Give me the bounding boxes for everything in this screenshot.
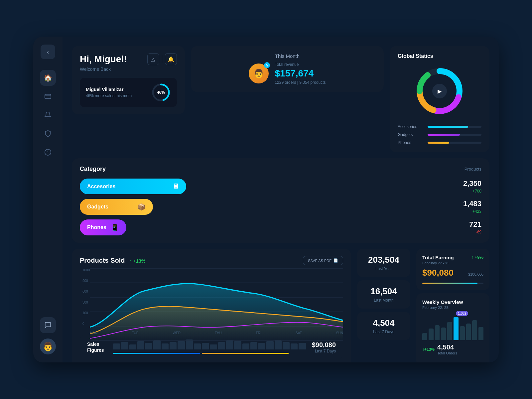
- accessories-pill[interactable]: Accesories 🖥: [80, 179, 186, 194]
- weekly-chart: 1,082: [422, 314, 483, 340]
- category-section: Category Products Accesories 🖥 2,350 +70…: [72, 158, 489, 243]
- category-item-gadgets: Gadgets 📦 1,483 +423: [80, 199, 481, 215]
- earning-info: Total Earning February 22 -28.: [422, 255, 454, 265]
- alert-icon-button[interactable]: △: [147, 53, 159, 65]
- sidebar: ‹ 🏠 👨: [33, 37, 63, 362]
- gadgets-icon: 📦: [137, 203, 146, 211]
- top-row: Hi, Miguel! △ 🔔 Welcome Back Miguel Vill…: [72, 46, 489, 152]
- sales-label: Sales Figures: [87, 341, 107, 353]
- stat-last-7-days-label: Last 7 Days: [362, 330, 405, 334]
- sidebar-item-payments[interactable]: [40, 88, 56, 104]
- stat-last-year-label: Last Year: [362, 266, 405, 271]
- sales-bar-item: [194, 343, 201, 349]
- stat-last-7-days-num: 4,504: [362, 318, 405, 328]
- legend-phones-fill: [428, 142, 449, 144]
- phones-change: -69: [476, 230, 481, 234]
- user-stat-text: 46% more sales this moth: [86, 93, 132, 98]
- pdf-icon: 📄: [333, 258, 338, 263]
- sales-bar-item: [137, 341, 144, 349]
- legend-accessories-label: Accesories: [398, 124, 424, 129]
- earning-target: $100,000: [468, 272, 483, 276]
- sales-bar-item: [275, 340, 282, 349]
- phones-count: 721: [469, 220, 481, 229]
- legend-gadgets-track: [428, 134, 481, 136]
- category-title: Category: [80, 166, 106, 173]
- sidebar-item-security[interactable]: [40, 126, 56, 142]
- weekly-growth: ↑+13%: [422, 347, 435, 352]
- sales-bar-item: [186, 339, 193, 349]
- sales-bar-row: [113, 340, 306, 349]
- sales-right: $90,080 Last 7 Days: [312, 341, 336, 353]
- bottom-row: Products Sold ↑ +13% SAVE AS PDF 📄 1000 …: [72, 249, 489, 362]
- chart-header: Products Sold ↑ +13% SAVE AS PDF 📄: [80, 256, 343, 265]
- revenue-label: Total revenue: [275, 62, 326, 67]
- sales-amount: $90,080: [312, 341, 336, 349]
- sales-color-bars: [113, 351, 306, 354]
- global-statics-title: Global Statics: [398, 53, 481, 59]
- sales-bar-item: [162, 343, 169, 349]
- user-stat-card: Miguel Villamizar 46% more sales this mo…: [80, 78, 177, 107]
- weekly-bar-item: [441, 328, 446, 340]
- category-item-phones: Phones 📱 721 -69: [80, 219, 481, 235]
- chat-button[interactable]: [40, 317, 56, 333]
- stat-last-year: 203,504 Last Year: [357, 249, 410, 277]
- stat-last-month-label: Last Month: [362, 298, 405, 303]
- sales-bar-item: [250, 342, 257, 349]
- sales-bar-item: [178, 341, 185, 349]
- user-avatar[interactable]: 👨: [40, 338, 56, 354]
- legend-accessories-track: [428, 126, 481, 128]
- sales-bar-item: [121, 342, 128, 349]
- sales-bar-item: [234, 341, 241, 349]
- sales-bar-item: [258, 343, 265, 349]
- sidebar-item-home[interactable]: 🏠: [40, 70, 56, 86]
- sales-bar-item: [129, 344, 136, 349]
- weekly-stats-row: ↑+13% 4,504 Total Orders: [422, 343, 483, 355]
- gadgets-pill[interactable]: Gadgets 📦: [80, 199, 153, 215]
- greeting-title: Hi, Miguel!: [80, 54, 127, 65]
- bell-icon-button[interactable]: 🔔: [165, 53, 177, 65]
- sales-bar-item: [113, 343, 120, 349]
- chart-growth: ↑ +13%: [130, 258, 145, 264]
- weekly-orders-num: 4,504: [437, 343, 457, 351]
- category-list: Accesories 🖥 2,350 +700 Gadgets 📦: [80, 179, 481, 235]
- earning-bar-fill: [422, 283, 477, 284]
- weekly-overview-card: Weekly Overview February 22.-28. 1,082 ↑…: [416, 293, 489, 362]
- color-bar-yellow: [202, 353, 289, 354]
- color-bar-teal: [113, 353, 200, 354]
- chart-title-group: Products Sold ↑ +13%: [80, 257, 145, 264]
- save-pdf-button[interactable]: SAVE AS PDF 📄: [303, 256, 343, 265]
- play-button[interactable]: ▶: [432, 84, 447, 98]
- earning-progress-bar: [422, 283, 483, 284]
- earning-header: Total Earning February 22 -28. ↑ +9%: [422, 255, 483, 265]
- gadgets-stats: 1,483 +423: [463, 200, 481, 214]
- main-content: Hi, Miguel! △ 🔔 Welcome Back Miguel Vill…: [63, 37, 499, 362]
- line-chart-svg: [90, 268, 343, 341]
- progress-donut: 46%: [151, 82, 171, 102]
- sidebar-item-alerts[interactable]: [40, 144, 56, 160]
- revenue-value: $157,674: [275, 68, 326, 79]
- this-month-stats: Total revenue $157,674 1229 orders | 9,0…: [275, 62, 326, 85]
- greeting-subtitle: Welcome Back: [80, 66, 177, 72]
- accessories-stats: 2,350 +700: [463, 179, 481, 194]
- earning-growth: ↑ +9%: [471, 255, 484, 260]
- legend-phones: Phones: [398, 140, 481, 145]
- right-cards: Total Earning February 22 -28. ↑ +9% $90…: [416, 249, 489, 362]
- sales-bar-item: [202, 343, 209, 349]
- sidebar-item-notifications[interactable]: [40, 107, 56, 123]
- weekly-title: Weekly Overview: [422, 299, 483, 305]
- phones-pill[interactable]: Phones 📱: [80, 219, 126, 235]
- phones-stats: 721 -69: [469, 220, 481, 235]
- gadgets-count: 1,483: [463, 200, 481, 208]
- earning-amount: $90,080: [422, 268, 454, 278]
- sales-bar-item: [242, 343, 249, 349]
- this-month-card: This Month 👨 5 Total revenue $157,674 12…: [191, 46, 384, 92]
- sales-bar-item: [153, 340, 160, 349]
- legend-phones-label: Phones: [398, 140, 424, 145]
- svg-rect-0: [45, 94, 51, 99]
- products-chart-area: 1000 900 600 300 100 0: [80, 268, 343, 335]
- weekly-date: February 22.-28.: [422, 306, 483, 310]
- global-statics-card: Global Statics ▶: [390, 46, 489, 152]
- accessories-label: Accesories: [87, 184, 115, 190]
- side-stats: 203,504 Last Year 16,504 Last Month 4,50…: [357, 249, 410, 362]
- sidebar-collapse-button[interactable]: ‹: [41, 45, 55, 59]
